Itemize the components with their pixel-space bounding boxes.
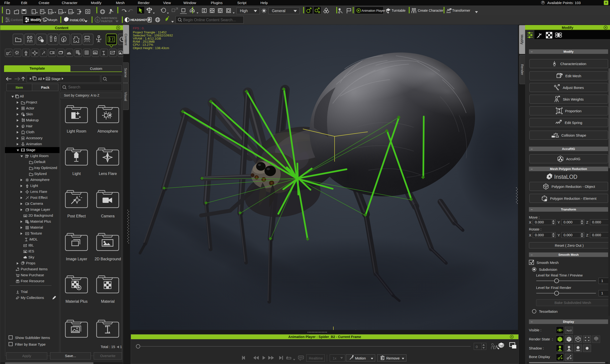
svg-text:Object Height : 138.43cm: Object Height : 138.43cm	[133, 46, 169, 50]
svg-text:Modify: Modify	[30, 18, 41, 22]
svg-text:Transformer: Transformer	[452, 9, 470, 13]
svg-text:IC: IC	[32, 12, 34, 13]
svg-text:PAINTER: PAINTER	[101, 20, 113, 23]
svg-text:Realtime: Realtime	[309, 356, 323, 360]
svg-text:1x: 1x	[333, 356, 336, 360]
svg-text:Remove: Remove	[386, 356, 400, 360]
svg-text:General: General	[272, 9, 285, 13]
svg-text:High: High	[240, 9, 248, 13]
svg-text:Motion: Motion	[355, 356, 366, 360]
svg-text:S: S	[96, 18, 98, 22]
svg-text:Conform: Conform	[11, 18, 23, 22]
svg-text:0: 0	[476, 345, 478, 349]
svg-text:CPU : 13.27%: CPU : 13.27%	[133, 43, 153, 47]
svg-text:InstaLOD: InstaLOD	[554, 174, 577, 180]
svg-text:Turntable: Turntable	[392, 9, 406, 13]
svg-text:Create Character: Create Character	[418, 9, 444, 13]
svg-text:SUBSTANCE: SUBSTANCE	[101, 17, 117, 20]
svg-text:FPS : 0.: FPS : 0.	[133, 26, 145, 30]
svg-text:InstaLOD: InstaLOD	[70, 18, 85, 22]
svg-text:Animation Player: Animation Player	[361, 9, 385, 13]
svg-text:Stage: Stage	[51, 77, 61, 81]
svg-text:OBJ: OBJ	[49, 12, 52, 13]
svg-text:USD: USD	[69, 12, 72, 13]
svg-text:All: All	[38, 77, 42, 81]
svg-text:Morph: Morph	[48, 18, 57, 22]
svg-text:Begin Online Content Search...: Begin Online Content Search...	[183, 18, 236, 22]
svg-text:FBX: FBX	[59, 12, 62, 13]
svg-text:HEADSHOT 2: HEADSHOT 2	[131, 18, 150, 22]
